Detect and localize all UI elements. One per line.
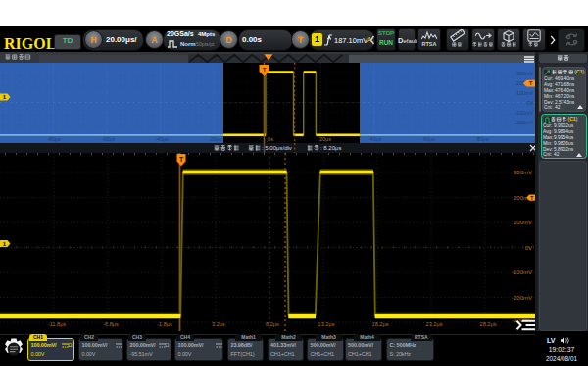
svg-text:-11.8μs: -11.8μs <box>48 321 67 327</box>
svg-text:0s: 0s <box>268 136 273 142</box>
svg-text:0V: 0V <box>525 245 532 251</box>
svg-text:-6.8μs: -6.8μs <box>103 321 119 327</box>
svg-text:-100mV: -100mV <box>514 110 533 116</box>
svg-text:-20μs: -20μs <box>209 136 222 142</box>
svg-text:T: T <box>529 80 533 86</box>
svg-text:60μs: 60μs <box>423 136 435 142</box>
svg-text:T: T <box>263 67 267 73</box>
svg-text:300mV: 300mV <box>516 71 533 76</box>
svg-text:3.2μs: 3.2μs <box>212 321 225 327</box>
svg-text:100mV: 100mV <box>516 90 533 96</box>
svg-text:-40μs: -40μs <box>155 136 169 142</box>
svg-text:0V: 0V <box>526 100 533 106</box>
svg-text:-1.8μs: -1.8μs <box>157 321 172 327</box>
svg-text:-200mV: -200mV <box>512 295 532 301</box>
svg-text:18.2μs: 18.2μs <box>372 321 389 327</box>
svg-text:28.2μs: 28.2μs <box>480 321 497 327</box>
svg-text:T: T <box>179 156 183 163</box>
svg-text:23.2μs: 23.2μs <box>426 321 443 327</box>
svg-text:-60μs: -60μs <box>102 136 116 142</box>
svg-text:-80μs: -80μs <box>47 136 61 142</box>
svg-text:20μs: 20μs <box>319 136 331 142</box>
svg-text:40μs: 40μs <box>370 136 382 142</box>
svg-text:-200mV: -200mV <box>514 120 533 125</box>
svg-text:80μs: 80μs <box>477 136 489 142</box>
svg-text:300mV: 300mV <box>514 170 532 175</box>
svg-text:8.2μs: 8.2μs <box>266 321 279 327</box>
svg-text:T: T <box>530 195 533 201</box>
svg-text:-100mV: -100mV <box>512 270 532 275</box>
svg-text:100mV: 100mV <box>514 220 532 225</box>
svg-text:13.2μs: 13.2μs <box>318 321 335 327</box>
